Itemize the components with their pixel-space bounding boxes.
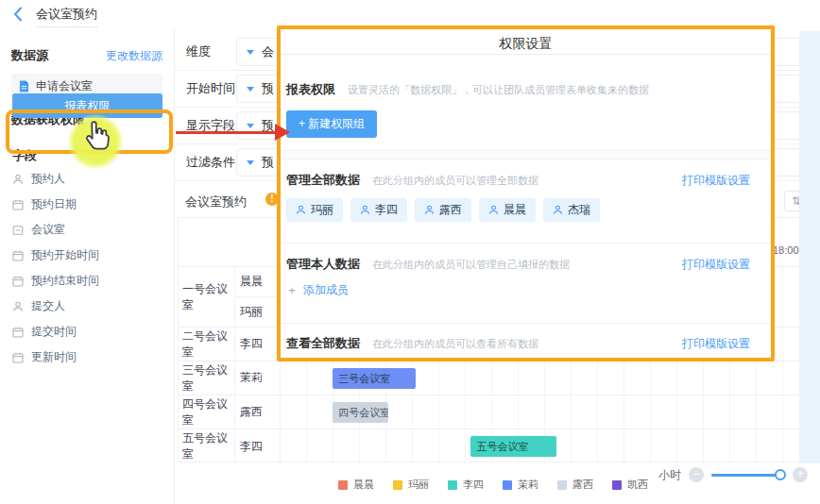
change-datasource-link[interactable]: 更改数据源 [106, 48, 162, 64]
dialog-title: 权限设置 [281, 29, 771, 55]
print-template-link[interactable]: 打印模版设置 [682, 257, 750, 273]
field-label: 预约日期 [31, 196, 77, 212]
calendar-icon [12, 276, 24, 287]
user-icon [488, 205, 499, 215]
page: 会议室预约 数据源 更改数据源 申请会议室 数据获取权限 报表权限 字段 预约人… [0, 0, 820, 504]
field-item[interactable]: 更新时间 [12, 344, 163, 370]
user-icon [360, 205, 370, 215]
legend-label: 露西 [572, 478, 593, 492]
person-cell: 玛丽 [235, 297, 280, 327]
gantt-bar[interactable]: 三号会议室 [333, 368, 416, 389]
member-chip[interactable]: 玛丽 [286, 198, 343, 222]
print-template-link[interactable]: 打印模版设置 [682, 173, 750, 189]
select-value: 会 [262, 43, 274, 60]
legend-swatch [448, 480, 457, 490]
member-name: 杰瑞 [568, 202, 590, 218]
chevron-down-icon [247, 160, 254, 165]
table-row: 五号会议室 李四 五号会议室 [179, 429, 808, 463]
legend-item[interactable]: 露西 [557, 478, 593, 492]
field-item[interactable]: 提交时间 [12, 319, 163, 344]
datasource-label: 数据源 [11, 47, 48, 64]
gantt-bar[interactable]: 四号会议室 [333, 402, 388, 423]
report-permission-button[interactable]: 报表权限 [12, 93, 162, 118]
starttime-label: 开始时间 [186, 80, 235, 97]
view-all-data-desc: 在此分组内的成员可以查看所有数据 [372, 337, 538, 351]
chevron-down-icon [247, 50, 254, 55]
field-item[interactable]: 提交人 [12, 294, 163, 319]
print-template-link[interactable]: 打印模版设置 [682, 336, 750, 352]
table-row: 三号会议室 茉莉 三号会议室 [179, 361, 808, 395]
report-permission-title: 报表权限 [286, 81, 335, 98]
permission-dialog: 权限设置 报表权限 设置灵活的「数据权限」，可以让团队成员管理表单收集来的数据 … [277, 25, 775, 361]
room-cell: 五号会议室 [179, 429, 235, 463]
calendar-icon [12, 352, 24, 363]
room-cell: 一号会议室 [179, 267, 235, 327]
person-cell: 露西 [235, 395, 280, 428]
calendar-icon [12, 199, 24, 210]
user-icon [553, 205, 563, 215]
zoom-slider[interactable] [711, 474, 785, 477]
section-divider [281, 243, 771, 244]
manage-own-data-title: 管理本人数据 [286, 256, 360, 273]
member-name: 露西 [439, 202, 462, 218]
select-value: 预 [262, 117, 274, 134]
legend-label: 晨晨 [353, 478, 374, 492]
legend-swatch [393, 480, 402, 490]
new-permission-group-button[interactable]: + 新建权限组 [286, 110, 377, 138]
user-icon [12, 174, 24, 185]
gantt-section-title: 会议室预约 [185, 193, 247, 210]
legend: 晨晨 玛丽 李四 茉莉 露西 凯西 [178, 478, 809, 492]
select-value: 预 [262, 154, 274, 171]
person-cell: 茉莉 [235, 361, 280, 395]
room-cell: 二号会议室 [179, 328, 235, 361]
back-icon[interactable] [13, 7, 25, 22]
add-member-label: 添加成员 [303, 282, 349, 298]
report-permission-desc: 设置灵活的「数据权限」，可以让团队成员管理表单收集来的数据 [348, 83, 649, 97]
gantt-grid-cell: 四号会议室 [281, 395, 808, 428]
member-chip[interactable]: 露西 [415, 198, 471, 222]
member-chip[interactable]: 晨晨 [479, 198, 536, 222]
field-label: 提交人 [31, 298, 65, 314]
member-chip[interactable]: 杰瑞 [543, 198, 600, 222]
member-name: 玛丽 [311, 202, 333, 218]
person-cell: 李四 [235, 429, 280, 463]
plus-icon: ＋ [286, 282, 298, 298]
legend-swatch [557, 480, 567, 490]
legend-item[interactable]: 茉莉 [503, 478, 538, 492]
legend-item[interactable]: 晨晨 [338, 478, 374, 492]
field-label: 提交时间 [31, 324, 77, 340]
section-divider [281, 150, 771, 160]
legend-item[interactable]: 凯西 [612, 478, 648, 492]
person-column: 晨晨 玛丽 [235, 267, 281, 327]
member-chip[interactable]: 李四 [350, 198, 407, 222]
field-list: 预约人 预约日期 会议室 预约开始时间 预约结束时间 提交人 提交时间 更新时间 [12, 166, 163, 370]
page-background-strip [799, 31, 820, 463]
field-label: 预约结束时间 [31, 273, 99, 289]
field-label: 更新时间 [31, 349, 77, 365]
table-row: 四号会议室 露西 四号会议室 [179, 395, 808, 429]
field-item[interactable]: 预约开始时间 [12, 243, 163, 268]
legend-item[interactable]: 玛丽 [393, 478, 429, 492]
datasource-item-label: 申请会议室 [36, 78, 93, 94]
legend-swatch [503, 480, 512, 490]
dimension-label: 维度 [186, 43, 211, 60]
fields-label: 字段 [12, 147, 37, 164]
field-item[interactable]: 会议室 [12, 217, 163, 243]
page-title: 会议室预约 [36, 6, 97, 27]
user-icon [424, 205, 435, 215]
legend-item[interactable]: 李四 [448, 478, 484, 492]
legend-label: 茉莉 [518, 478, 538, 492]
field-item[interactable]: 预约日期 [12, 192, 163, 217]
calendar-icon [12, 250, 24, 261]
select-value: 预 [262, 80, 274, 97]
add-member-link[interactable]: ＋ 添加成员 [286, 282, 349, 298]
displayfields-label: 显示字段 [186, 117, 235, 134]
field-item[interactable]: 预约人 [12, 166, 163, 192]
top-bar: 会议室预约 [0, 0, 820, 28]
section-divider [281, 323, 771, 324]
field-item[interactable]: 预约结束时间 [12, 268, 163, 294]
room-cell: 三号会议室 [179, 361, 235, 395]
gantt-bar[interactable]: 五号会议室 [470, 436, 555, 457]
room-cell: 四号会议室 [179, 395, 235, 428]
chevron-down-icon [247, 124, 254, 128]
